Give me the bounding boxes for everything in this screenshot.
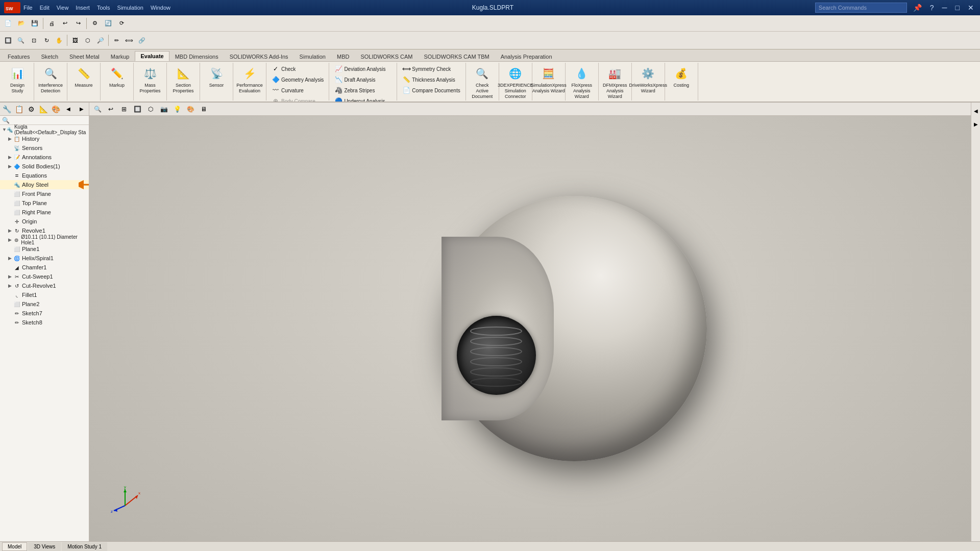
tree-item-chamfer1[interactable]: ◢ Chamfer1 <box>0 263 89 272</box>
geometry-analysis-button[interactable]: 🔷 Geometry Analysis <box>270 74 326 85</box>
tree-item-plane1[interactable]: ⬜ Plane1 <box>0 244 89 254</box>
tree-item-helix1[interactable]: ▶ 🌀 Helix/Spiral1 <box>0 254 89 263</box>
sensor-button[interactable]: 📡 Sensor <box>203 64 230 92</box>
tab-solidworks-cam[interactable]: SOLIDWORKS CAM <box>355 52 418 61</box>
tree-item-history[interactable]: ▶ 📋 History <box>0 134 89 143</box>
view-undo-button[interactable]: ↩ <box>105 103 117 115</box>
collapse-icon[interactable]: ◀ <box>62 103 75 115</box>
dim-expert-icon[interactable]: 📐 <box>38 103 49 115</box>
rebuild-all-button[interactable]: ⟳ <box>115 17 128 30</box>
menu-tools[interactable]: Tools <box>97 5 110 11</box>
3d-viewport[interactable]: 🔍 ↩ ⊞ 🔲 ⬡ 📷 💡 🎨 🖥 <box>89 103 971 541</box>
tab-solidworks-cam-tbm[interactable]: SOLIDWORKS CAM TBM <box>419 52 495 61</box>
section-cut-button[interactable]: ⬡ <box>144 103 157 115</box>
view-orientation-button[interactable]: 🔲 <box>2 34 14 46</box>
pin-button[interactable]: 📌 <box>911 4 924 12</box>
menu-edit[interactable]: Edit <box>40 5 50 11</box>
compare-documents-button[interactable]: 📄 Compare Documents <box>400 85 462 95</box>
markup-button[interactable]: ✏️ Markup <box>104 64 130 92</box>
interference-detection-button[interactable]: 🔍 Interference Detection <box>37 64 64 95</box>
check-button[interactable]: ✓ Check <box>270 64 326 74</box>
property-manager-icon[interactable]: 📋 <box>13 103 24 115</box>
right-panel-btn2[interactable]: ▶ <box>970 118 981 130</box>
tab-motion-study[interactable]: Motion Study 1 <box>62 542 107 551</box>
rebuild-button[interactable]: 🔄 <box>102 17 114 30</box>
config-manager-icon[interactable]: ⚙ <box>26 103 37 115</box>
tab-solidworks-addins[interactable]: SOLIDWORKS Add-Ins <box>224 52 294 61</box>
tab-simulation[interactable]: Simulation <box>294 52 331 61</box>
tree-item-equations[interactable]: = Equations <box>0 171 89 180</box>
tree-item-cut-sweep1[interactable]: ▶ ✂ Cut-Sweep1 <box>0 272 89 281</box>
draft-analysis-button[interactable]: 📉 Draft Analysis <box>332 74 394 85</box>
tree-item-plane2[interactable]: ⬜ Plane2 <box>0 299 89 309</box>
appearance-button[interactable]: 🎨 <box>184 103 197 115</box>
new-button[interactable]: 📄 <box>2 17 14 30</box>
magnify-glass-button[interactable]: 🔎 <box>94 34 107 46</box>
command-search-input[interactable] <box>815 3 907 13</box>
right-panel-btn1[interactable]: ◀ <box>970 105 981 117</box>
smart-dim-button[interactable]: ⟺ <box>123 34 135 46</box>
minimize-button[interactable]: ─ <box>940 4 949 12</box>
pan-button[interactable]: ✋ <box>53 34 65 46</box>
tab-3d-views[interactable]: 3D Views <box>28 542 61 551</box>
tree-item-hole1[interactable]: ▶ ⊚ Ø10.11 (10.11) Diameter Hole1 <box>0 235 89 244</box>
tab-markup[interactable]: Markup <box>105 52 135 61</box>
maximize-button[interactable]: □ <box>953 4 962 12</box>
view-selector-button[interactable]: 🔍 <box>91 103 104 115</box>
tree-item-front-plane[interactable]: ⬜ Front Plane <box>0 189 89 198</box>
tree-item-solid-bodies[interactable]: ▶ 🔷 Solid Bodies(1) <box>0 162 89 171</box>
dfmxpress-button[interactable]: 🏭 DFMXpress Analysis Wizard <box>602 64 628 101</box>
tree-item-alloy-steel[interactable]: 🔩 Alloy Steel <box>0 180 89 189</box>
tree-item-sketch7[interactable]: ✏ Sketch7 <box>0 309 89 318</box>
options-button[interactable]: ⚙ <box>89 17 101 30</box>
3d-viewport-canvas[interactable]: x y z <box>89 116 971 541</box>
tree-item-fillet1[interactable]: ◟ Fillet1 <box>0 290 89 299</box>
tab-model[interactable]: Model <box>2 542 27 551</box>
tab-features[interactable]: Features <box>2 52 35 61</box>
simulationxpress-button[interactable]: 🧮 SimulationXpress Analysis Wizard <box>535 64 562 95</box>
tree-item-sketch8[interactable]: ✏ Sketch8 <box>0 318 89 327</box>
zoom-button[interactable]: 🔍 <box>15 34 27 46</box>
design-study-button[interactable]: 📊 Design Study <box>4 64 31 95</box>
undercut-analysis-button[interactable]: 🔵 Undercut Analysis <box>332 96 394 103</box>
tab-mbd[interactable]: MBD <box>331 52 355 61</box>
performance-evaluation-button[interactable]: ⚡ Performance Evaluation <box>236 64 263 95</box>
help-button[interactable]: ? <box>928 4 936 12</box>
tree-item-cut-revolve1[interactable]: ▶ ↺ Cut-Revolve1 <box>0 281 89 290</box>
tree-item-annotations[interactable]: ▶ 📝 Annotations <box>0 153 89 162</box>
tab-mbd-dimensions[interactable]: MBD Dimensions <box>169 52 224 61</box>
measure-button[interactable]: 📏 Measure <box>70 64 97 92</box>
floxpress-button[interactable]: 💧 FloXpress Analysis Wizard <box>569 64 595 101</box>
zebra-stripes-button[interactable]: 🦓 Zebra Stripes <box>332 85 394 95</box>
orientation-button[interactable]: 📷 <box>158 103 170 115</box>
tree-item-top-plane[interactable]: ⬜ Top Plane <box>0 198 89 208</box>
tree-item-sensors[interactable]: 📡 Sensors <box>0 143 89 153</box>
undo-button[interactable]: ↩ <box>59 17 71 30</box>
open-button[interactable]: 📂 <box>15 17 28 30</box>
menu-insert[interactable]: Insert <box>76 5 90 11</box>
tab-analysis-preparation[interactable]: Analysis Preparation <box>495 52 558 61</box>
relations-button[interactable]: 🔗 <box>136 34 148 46</box>
tree-item-right-plane[interactable]: ⬜ Right Plane <box>0 208 89 217</box>
check-active-document-button[interactable]: 🔍 Check Active Document <box>469 64 496 101</box>
zoom-fit-button[interactable]: ⊡ <box>28 34 40 46</box>
deviation-analysis-button[interactable]: 📈 Deviation Analysis <box>332 64 394 74</box>
zoom-window-button[interactable]: ⊞ <box>118 103 130 115</box>
display-3d-button[interactable]: 🔲 <box>131 103 143 115</box>
close-button[interactable]: ✕ <box>966 4 976 12</box>
menu-simulation[interactable]: Simulation <box>117 5 143 11</box>
redo-button[interactable]: ↪ <box>72 17 84 30</box>
thickness-analysis-button[interactable]: 📏 Thickness Analysis <box>400 74 462 85</box>
tree-item-origin[interactable]: ✛ Origin <box>0 217 89 226</box>
lighting-button[interactable]: 💡 <box>171 103 183 115</box>
save-button[interactable]: 💾 <box>29 17 41 30</box>
section-properties-button[interactable]: 📐 Section Properties <box>170 64 197 95</box>
driveworksxpress-button[interactable]: ⚙️ DriveWorksXpress Wizard <box>635 64 662 95</box>
3dexperience-connector-button[interactable]: 🌐 3DEXPERIENCE Simulation Connector <box>502 64 529 101</box>
tab-sheet-metal[interactable]: Sheet Metal <box>64 52 105 61</box>
menu-file[interactable]: File <box>23 5 33 11</box>
2d-sketch-button[interactable]: ✏ <box>110 34 122 46</box>
curvature-button[interactable]: 〰 Curvature <box>270 85 326 95</box>
expand-icon[interactable]: ▶ <box>76 103 88 115</box>
mass-properties-button[interactable]: ⚖️ Mass Properties <box>137 64 163 95</box>
